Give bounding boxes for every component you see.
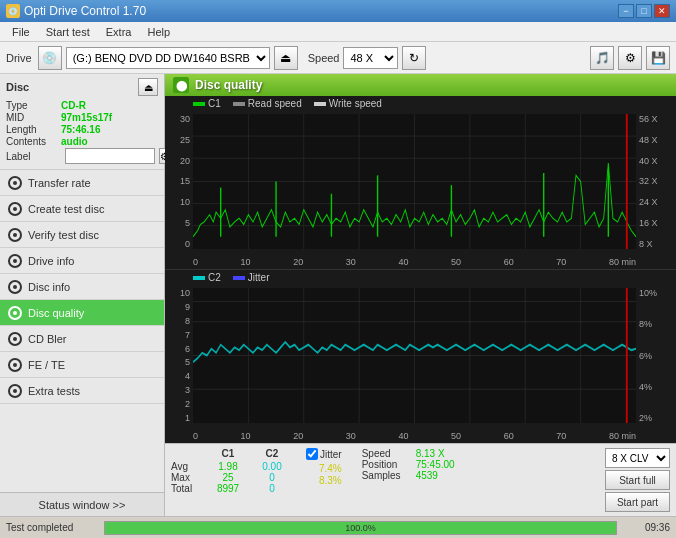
sidebar-item-cd-bler[interactable]: CD Bler bbox=[0, 326, 164, 352]
menu-start-test[interactable]: Start test bbox=[38, 24, 98, 40]
toolbar: Drive 💿 (G:) BENQ DVD DD DW1640 BSRB ⏏ S… bbox=[0, 42, 676, 74]
jitter-check-row: Jitter bbox=[306, 448, 342, 460]
chart2-legend: C2 Jitter bbox=[193, 272, 269, 283]
refresh-button[interactable]: ↻ bbox=[402, 46, 426, 70]
disc-length-key: Length bbox=[6, 124, 61, 135]
disc-label-row: Label ⚙ bbox=[6, 148, 158, 164]
speed-label: Speed bbox=[308, 52, 340, 64]
jitter-legend-color bbox=[233, 276, 245, 280]
sidebar-item-disc-info[interactable]: Disc info bbox=[0, 274, 164, 300]
total-label: Total bbox=[171, 483, 206, 494]
title-bar-left: 💿 Opti Drive Control 1.70 bbox=[6, 4, 146, 18]
start-full-button[interactable]: Start full bbox=[605, 470, 670, 490]
jitter-section: Jitter 7.4% 8.3% bbox=[306, 448, 342, 486]
status-window-button[interactable]: Status window >> bbox=[0, 492, 164, 516]
sidebar-item-create-test-disc[interactable]: Create test disc bbox=[0, 196, 164, 222]
c2-header: C2 bbox=[250, 448, 294, 459]
chart2: C2 Jitter 10 9 8 7 6 5 4 3 bbox=[165, 270, 676, 443]
sidebar-item-drive-info[interactable]: Drive info bbox=[0, 248, 164, 274]
disc-section: Disc ⏏ Type CD-R MID 97m15s17f Length 75… bbox=[0, 74, 164, 170]
sidebar-item-disc-quality[interactable]: Disc quality bbox=[0, 300, 164, 326]
stats-headers: C1 C2 bbox=[206, 448, 294, 459]
sidebar-item-transfer-rate[interactable]: Transfer rate bbox=[0, 170, 164, 196]
write-speed-legend-color bbox=[314, 102, 326, 106]
disc-header: Disc ⏏ bbox=[6, 78, 158, 96]
save-button[interactable]: 💾 bbox=[646, 46, 670, 70]
jitter-max-row: 8.3% bbox=[306, 474, 342, 486]
progress-bar-container: 100.0% bbox=[104, 521, 617, 535]
disc-type-val: CD-R bbox=[61, 100, 86, 111]
stats-total-row: Total 8997 0 bbox=[171, 483, 294, 494]
start-part-button[interactable]: Start part bbox=[605, 492, 670, 512]
charts-area: C1 Read speed Write speed 30 25 20 bbox=[165, 96, 676, 443]
progress-bar-label: 100.0% bbox=[345, 523, 376, 533]
stats-max-row: Max 25 0 bbox=[171, 472, 294, 483]
transfer-rate-icon bbox=[8, 176, 22, 190]
jitter-avg-row: 7.4% bbox=[306, 462, 342, 474]
extra-tests-label: Extra tests bbox=[28, 385, 80, 397]
c1-legend-label: C1 bbox=[208, 98, 221, 109]
stats-avg-row: Avg 1.98 0.00 bbox=[171, 461, 294, 472]
drive-info-label: Drive info bbox=[28, 255, 74, 267]
position-row: Position 75:45.00 bbox=[362, 459, 597, 470]
disc-eject-button[interactable]: ⏏ bbox=[138, 78, 158, 96]
disc-quality-icon-header: ⬤ bbox=[173, 77, 189, 93]
fe-te-label: FE / TE bbox=[28, 359, 65, 371]
extra-tests-icon bbox=[8, 384, 22, 398]
menu-bar: File Start test Extra Help bbox=[0, 22, 676, 42]
window-controls: − □ ✕ bbox=[618, 4, 670, 18]
clv-select[interactable]: 8 X CLV 4 X CLV 16 X CLV bbox=[605, 448, 670, 468]
sidebar-nav: Transfer rate Create test disc Verify te… bbox=[0, 170, 164, 492]
menu-file[interactable]: File bbox=[4, 24, 38, 40]
disc-action-button[interactable]: 🎵 bbox=[590, 46, 614, 70]
disc-contents-val: audio bbox=[61, 136, 88, 147]
avg-label: Avg bbox=[171, 461, 206, 472]
total-c1: 8997 bbox=[206, 483, 250, 494]
sidebar-item-extra-tests[interactable]: Extra tests bbox=[0, 378, 164, 404]
left-panel: Disc ⏏ Type CD-R MID 97m15s17f Length 75… bbox=[0, 74, 165, 516]
jitter-legend-label: Jitter bbox=[248, 272, 270, 283]
eject-button[interactable]: ⏏ bbox=[274, 46, 298, 70]
progress-area: Test completed 100.0% 09:36 bbox=[0, 516, 676, 538]
stats-table: C1 C2 Avg 1.98 0.00 Max 25 0 bbox=[171, 448, 294, 494]
drive-label: Drive bbox=[6, 52, 32, 64]
position-key: Position bbox=[362, 459, 412, 470]
write-speed-legend-label: Write speed bbox=[329, 98, 382, 109]
window-title: Opti Drive Control 1.70 bbox=[24, 4, 146, 18]
progress-status: Test completed bbox=[6, 522, 96, 533]
legend-read-speed: Read speed bbox=[233, 98, 302, 109]
drive-icon-button[interactable]: 💿 bbox=[38, 46, 62, 70]
chart1-y-left: 30 25 20 15 10 5 0 bbox=[165, 114, 193, 249]
close-button[interactable]: ✕ bbox=[654, 4, 670, 18]
speed-key: Speed bbox=[362, 448, 412, 459]
cd-bler-icon bbox=[8, 332, 22, 346]
speed-select[interactable]: 48 X 32 X 16 X bbox=[343, 47, 398, 69]
minimize-button[interactable]: − bbox=[618, 4, 634, 18]
menu-help[interactable]: Help bbox=[139, 24, 178, 40]
read-speed-legend-label: Read speed bbox=[248, 98, 302, 109]
c1-legend-color bbox=[193, 102, 205, 106]
samples-val: 4539 bbox=[416, 470, 438, 481]
disc-mid-row: MID 97m15s17f bbox=[6, 112, 158, 123]
samples-key: Samples bbox=[362, 470, 412, 481]
chart1-legend: C1 Read speed Write speed bbox=[193, 98, 382, 109]
jitter-max-val: 8.3% bbox=[319, 475, 342, 486]
jitter-checkbox[interactable] bbox=[306, 448, 318, 460]
drive-select[interactable]: (G:) BENQ DVD DD DW1640 BSRB bbox=[66, 47, 270, 69]
sidebar-item-fe-te[interactable]: FE / TE bbox=[0, 352, 164, 378]
settings-button[interactable]: ⚙ bbox=[618, 46, 642, 70]
max-c1: 25 bbox=[206, 472, 250, 483]
chart2-y-right: 10% 8% 6% 4% 2% bbox=[636, 288, 676, 423]
position-val: 75:45.00 bbox=[416, 459, 455, 470]
chart2-y-left: 10 9 8 7 6 5 4 3 2 1 bbox=[165, 288, 193, 423]
menu-extra[interactable]: Extra bbox=[98, 24, 140, 40]
disc-quality-label: Disc quality bbox=[28, 307, 84, 319]
sidebar-item-verify-test-disc[interactable]: Verify test disc bbox=[0, 222, 164, 248]
disc-label: Disc bbox=[6, 81, 29, 93]
disc-label-input[interactable] bbox=[65, 148, 155, 164]
maximize-button[interactable]: □ bbox=[636, 4, 652, 18]
legend-c2: C2 bbox=[193, 272, 221, 283]
cd-bler-label: CD Bler bbox=[28, 333, 67, 345]
c2-legend-label: C2 bbox=[208, 272, 221, 283]
disc-mid-val: 97m15s17f bbox=[61, 112, 112, 123]
